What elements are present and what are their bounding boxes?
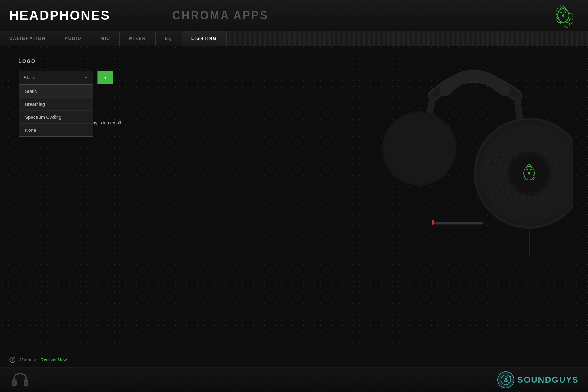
color-picker-arrow-icon: ▼: [103, 75, 107, 80]
bottom-bar: i Warranty Register Now: [0, 352, 588, 367]
dropdown-item-none[interactable]: None: [19, 124, 93, 136]
svg-rect-142: [24, 380, 28, 386]
dropdown-item-breathing[interactable]: Breathing: [19, 98, 93, 111]
svg-point-145: [505, 378, 507, 380]
nav-mixer[interactable]: MIXER: [120, 31, 155, 46]
effect-select-wrapper: Static ▼ Static Breathing Spectrum Cycli…: [19, 71, 93, 84]
nav-audio[interactable]: AUDIO: [55, 31, 91, 46]
soundguys-logo: SOUNDGUYS: [497, 371, 579, 388]
app-title: HEADPHONES: [9, 8, 110, 23]
main-content: LOGO Static ▼ Static Breathing Spectrum …: [0, 46, 588, 349]
nav-mic[interactable]: MIC: [91, 31, 120, 46]
header: HEADPHONES CHROMA APPS: [0, 0, 588, 31]
soundguys-text: SOUNDGUYS: [517, 375, 579, 385]
dropdown-item-static[interactable]: Static: [19, 85, 93, 98]
chroma-title: CHROMA APPS: [172, 9, 268, 22]
svg-rect-141: [12, 380, 16, 386]
left-panel: LOGO Static ▼ Static Breathing Spectrum …: [19, 59, 204, 336]
dropdown-menu: Static Breathing Spectrum Cycling None: [19, 84, 93, 137]
color-picker-button[interactable]: ▼: [97, 71, 113, 84]
dropdown-row: Static ▼ Static Breathing Spectrum Cycli…: [19, 71, 204, 84]
nav-calibration[interactable]: CALIBRATION: [0, 31, 55, 46]
section-label: LOGO: [19, 59, 204, 64]
soundguys-icon: [497, 371, 514, 388]
svg-point-1: [562, 14, 564, 17]
footer: SOUNDGUYS: [0, 367, 588, 392]
register-now-link[interactable]: Register Now: [41, 357, 67, 362]
svg-point-2: [560, 11, 562, 13]
svg-point-3: [565, 11, 566, 13]
dropdown-item-spectrum-cycling[interactable]: Spectrum Cycling: [19, 111, 93, 124]
nav-eq[interactable]: EQ: [156, 31, 182, 46]
warranty-info-icon: i: [9, 357, 15, 363]
nav-bar-fill: [227, 31, 588, 46]
effect-selected-value: Static: [24, 75, 35, 80]
footer-headphone-icon: [9, 369, 31, 391]
razer-logo: [548, 3, 579, 28]
effect-select[interactable]: Static ▼: [19, 71, 93, 84]
svg-point-147: [509, 376, 511, 377]
warranty-text: Warranty: [19, 357, 36, 362]
nav-lighting[interactable]: LIGHTING: [182, 31, 227, 46]
nav-bar: CALIBRATION AUDIO MIC MIXER EQ LIGHTING: [0, 31, 588, 46]
select-arrow-icon: ▼: [84, 75, 88, 80]
